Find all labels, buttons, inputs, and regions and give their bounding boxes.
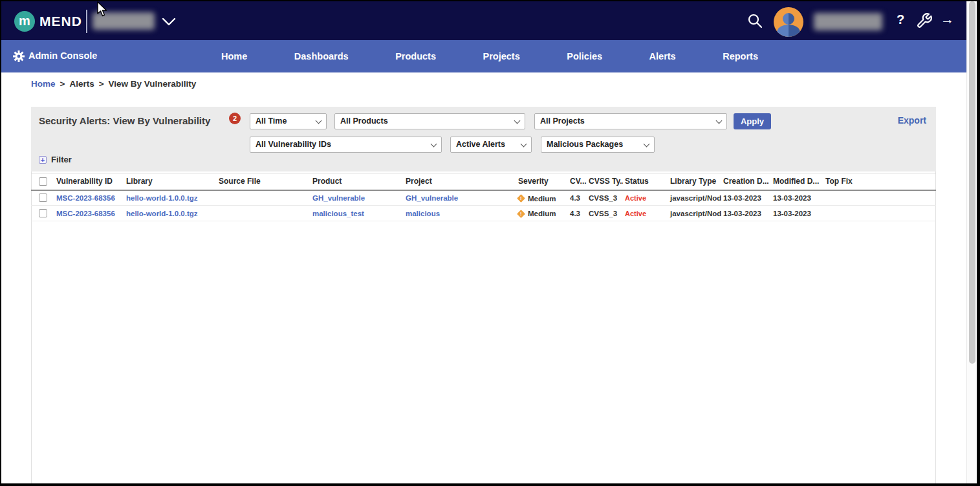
breadcrumb: Home>Alerts>View By Vulnerability (31, 79, 196, 89)
project-link[interactable]: malicious (404, 206, 516, 221)
breadcrumb-alerts[interactable]: Alerts (69, 79, 94, 89)
alerts-table: Vulnerability ID Library Source File Pro… (31, 173, 936, 221)
user-name-redacted[interactable] (814, 13, 882, 30)
nav-item-products[interactable]: Products (395, 51, 436, 61)
top-bar: m MEND ? → (1, 1, 966, 40)
nav-item-dashboards[interactable]: Dashboards (294, 51, 349, 61)
nav-item-home[interactable]: Home (221, 51, 247, 61)
filter-label: Filter (51, 155, 72, 164)
col-product[interactable]: Product (310, 173, 404, 190)
filter-panel: Security Alerts: View By Vulnerability 2… (31, 107, 936, 171)
modified-date-cell: 13-03-2023 (771, 190, 823, 206)
admin-console-label[interactable]: Admin Console (28, 50, 97, 61)
plus-icon: + (39, 156, 47, 164)
nav-item-policies[interactable]: Policies (567, 51, 602, 61)
library-link[interactable]: hello-world-1.0.0.tgz (124, 206, 217, 221)
row-checkbox[interactable] (39, 193, 47, 202)
status-badge: Active (623, 206, 668, 221)
col-top-fix[interactable]: Top Fix (823, 173, 936, 190)
select-all-checkbox[interactable] (39, 177, 47, 186)
col-creation-date[interactable]: Creation D... (721, 173, 771, 190)
severity-label: Medium (528, 210, 556, 217)
col-library[interactable]: Library (124, 173, 217, 190)
scrollbar-thumb[interactable] (969, 1, 975, 364)
breadcrumb-separator: > (99, 79, 104, 89)
avatar-shoulders (777, 25, 800, 37)
creation-date-cell: 13-03-2023 (721, 190, 771, 206)
severity-label: Medium (528, 195, 556, 203)
products-value: All Products (340, 116, 388, 126)
nav-item-reports[interactable]: Reports (723, 51, 758, 61)
projects-value: All Projects (540, 116, 585, 126)
alert-status-value: Active Alerts (456, 140, 505, 149)
vertical-scrollbar[interactable] (966, 1, 977, 483)
col-status[interactable]: Status (623, 173, 668, 190)
logout-arrow-icon[interactable]: → (941, 12, 954, 27)
row-checkbox[interactable] (39, 209, 47, 217)
chevron-down-icon (431, 141, 437, 148)
library-type-cell: javascript/Nod (668, 190, 721, 206)
col-cvss-type[interactable]: CVSS Ty... (587, 173, 623, 190)
gear-icon (12, 50, 25, 63)
org-chevron-down-icon[interactable] (161, 17, 177, 27)
table-row: MSC-2023-68356 hello-world-1.0.0.tgz mal… (31, 206, 936, 221)
source-file-cell (217, 190, 310, 206)
creation-date-cell: 13-03-2023 (721, 206, 771, 221)
products-select[interactable]: All Products (334, 113, 525, 129)
page-title: Security Alerts: View By Vulnerability (39, 115, 210, 126)
cvss-score-cell: 4.3 (568, 190, 587, 206)
chevron-down-icon (716, 118, 723, 124)
mend-logo-icon[interactable]: m (14, 11, 35, 32)
nav-item-alerts[interactable]: Alerts (649, 51, 676, 61)
nav-item-projects[interactable]: Projects (483, 51, 520, 61)
product-link[interactable]: GH_vulnerable (310, 190, 404, 206)
source-file-cell (217, 206, 310, 221)
library-type-cell: javascript/Nod (668, 206, 721, 221)
alert-count-badge: 2 (229, 113, 241, 124)
cvss-type-cell: CVSS_3 (587, 190, 623, 206)
vulnerability-id-link[interactable]: MSC-2023-68356 (54, 190, 124, 206)
table-row: MSC-2023-68356 hello-world-1.0.0.tgz GH_… (31, 190, 936, 206)
library-link[interactable]: hello-world-1.0.0.tgz (124, 190, 217, 206)
status-badge: Active (623, 190, 668, 206)
wrench-icon[interactable] (916, 12, 933, 29)
col-project[interactable]: Project (404, 173, 516, 190)
cvss-score-cell: 4.3 (568, 206, 587, 221)
col-library-type[interactable]: Library Type (668, 173, 721, 190)
chevron-down-icon (316, 118, 322, 124)
projects-select[interactable]: All Projects (534, 113, 727, 129)
table-header-row: Vulnerability ID Library Source File Pro… (31, 173, 936, 190)
col-source-file[interactable]: Source File (217, 173, 310, 190)
severity-medium-icon: ! (517, 194, 525, 203)
vulnerability-ids-select[interactable]: All Vulnerability IDs (250, 137, 442, 153)
apply-button[interactable]: Apply (734, 113, 771, 129)
alert-type-select[interactable]: Malicious Packages (541, 137, 655, 153)
main-nav-bar: Admin Console Home Dashboards Products P… (1, 40, 966, 72)
col-severity[interactable]: Severity (516, 173, 568, 190)
chevron-down-icon (521, 141, 527, 148)
filter-expander[interactable]: + Filter (39, 155, 72, 164)
vulnerability-id-link[interactable]: MSC-2023-68356 (54, 206, 124, 221)
breadcrumb-home[interactable]: Home (31, 79, 56, 89)
search-icon[interactable] (746, 12, 763, 29)
chevron-down-icon (514, 118, 521, 124)
brand-name[interactable]: MEND (39, 14, 82, 29)
alert-status-select[interactable]: Active Alerts (450, 137, 532, 153)
vulnerability-ids-value: All Vulnerability IDs (256, 140, 331, 149)
top-fix-cell (823, 190, 936, 206)
export-link[interactable]: Export (898, 115, 926, 126)
col-cvss-score[interactable]: CV... (568, 173, 587, 190)
project-link[interactable]: GH_vulnerable (404, 190, 516, 206)
product-link[interactable]: malicious_test (310, 206, 404, 221)
mouse-cursor-icon (96, 1, 109, 18)
top-fix-cell (823, 206, 936, 221)
help-icon[interactable]: ? (897, 12, 904, 27)
nav-menu: Home Dashboards Products Projects Polici… (221, 40, 758, 72)
user-avatar[interactable] (774, 7, 803, 37)
col-modified-date[interactable]: Modified D... (771, 173, 823, 190)
modified-date-cell: 13-03-2023 (771, 206, 823, 221)
col-vulnerability-id[interactable]: Vulnerability ID (54, 173, 124, 190)
topbar-divider (86, 10, 87, 33)
time-range-select[interactable]: All Time (250, 113, 327, 129)
app-window: m MEND ? → Admin Console Home Dashboards… (0, 0, 980, 486)
